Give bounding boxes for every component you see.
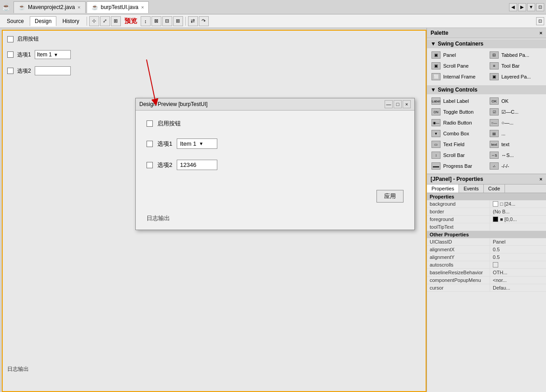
tab-bar: ☕ ☕ Mavenproject2.java × ☕ burpTestUI.ja… xyxy=(0,0,546,14)
prop-row-border: border (No B... xyxy=(427,208,546,216)
tab-nav-down[interactable]: ▼ xyxy=(527,3,535,11)
dialog-close-btn[interactable]: × xyxy=(403,100,411,108)
toggle-icon: ON xyxy=(431,108,440,115)
tab-design[interactable]: Design xyxy=(30,16,56,26)
toolbar-btn-8[interactable]: ⇄ xyxy=(188,16,198,26)
palette-item-checkbox[interactable]: ☑ ☑—C... xyxy=(487,107,544,117)
properties-header: [JPanel] - Properties × xyxy=(427,174,546,184)
prop-tab-events[interactable]: Events xyxy=(459,184,484,193)
tab-history[interactable]: History xyxy=(57,16,84,26)
checkbox-option2[interactable] xyxy=(7,68,14,74)
palette-item-panel[interactable]: ▣ Panel xyxy=(429,50,486,60)
checkbox-option1[interactable] xyxy=(7,51,14,58)
toolbar-btn-1[interactable]: ⊹ xyxy=(89,16,99,26)
palette-item-label[interactable]: Label Label Label xyxy=(429,96,486,106)
prop-value-aligny: 0.5 xyxy=(490,254,546,261)
palette-item-button[interactable]: OK OK xyxy=(487,96,544,106)
palette-item-scrollbar2[interactable]: ↔S ↔S... xyxy=(487,150,544,160)
combo-arrow-1: ▼ xyxy=(54,52,58,57)
toolbar-btn-9[interactable]: ↷ xyxy=(199,16,209,26)
tab-mavenproject-close[interactable]: × xyxy=(78,5,80,10)
checkbox-icon: ☑ xyxy=(490,108,499,115)
palette-item-combo[interactable]: ▼ Combo Box xyxy=(429,129,486,138)
tab-burptestui-close[interactable]: × xyxy=(141,5,144,10)
checkbox-enable[interactable] xyxy=(7,36,14,42)
palette-item-toggle[interactable]: ON Toggle Button xyxy=(429,107,486,117)
palette-item-radio[interactable]: ◉— Radio Button xyxy=(429,118,486,128)
bg-color-box xyxy=(493,201,498,207)
form-row-enable: 启用按钮 xyxy=(7,35,421,43)
tab-nav-left[interactable]: ◀ xyxy=(509,3,517,11)
palette-item-textfield2[interactable]: text text xyxy=(487,139,544,149)
palette-item-tabbed[interactable]: ⊟ Tabbed Pa... xyxy=(487,50,544,60)
palette-item-combo2[interactable]: ▤ ... xyxy=(487,129,544,138)
scrollpane-icon: ▣ xyxy=(431,62,440,69)
palette-section-containers: ▼ Swing Containers ▣ Panel ⊟ Tabbed Pa..… xyxy=(427,38,546,84)
palette-item-radio2[interactable]: ○— ○—... xyxy=(487,118,544,128)
tab-burptestui[interactable]: ☕ burpTestUI.java × xyxy=(87,1,149,13)
prop-value-alignx: 0.5 xyxy=(490,246,546,253)
toolbar-btn-7[interactable]: ⊞ xyxy=(173,16,183,26)
palette-item-layeredpane[interactable]: ▣ Layered Pa... xyxy=(487,72,544,82)
properties-panel: [JPanel] - Properties × Properties Event… xyxy=(427,174,546,392)
palette-header: Palette × xyxy=(427,28,546,38)
textfield-option2[interactable]: 12346 xyxy=(35,66,71,75)
palette-item-scrollpane[interactable]: ▣ Scroll Pane xyxy=(429,61,486,71)
prop-tab-code[interactable]: Code xyxy=(484,184,505,193)
toolbar-btn-2[interactable]: ⤢ xyxy=(100,16,110,26)
dialog-checkbox-enable[interactable] xyxy=(147,120,153,127)
palette-section-containers-header[interactable]: ▼ Swing Containers xyxy=(427,39,546,48)
toolbar-btn-5[interactable]: ⊠ xyxy=(151,16,161,26)
palette-item-progressbar[interactable]: ▬▬ Progress Bar xyxy=(429,161,486,171)
dialog-minimize-btn[interactable]: — xyxy=(385,100,393,108)
prop-row-popupmenu: componentPopupMenu <nor... xyxy=(427,277,546,284)
tab-mavenproject[interactable]: ☕ Mavenproject2.java × xyxy=(14,1,86,13)
combo-option1[interactable]: Item 1 ▼ xyxy=(35,50,71,59)
form-row-option1: 选项1 Item 1 ▼ xyxy=(7,50,421,59)
palette-section-controls-header[interactable]: ▼ Swing Controls xyxy=(427,85,546,94)
tab-maximize[interactable]: ⊡ xyxy=(536,3,544,11)
prop-row-baseline: baselineResizeBehavior OTH... xyxy=(427,269,546,277)
toolbar-btn-3[interactable]: ⊞ xyxy=(111,16,121,26)
label-option2: 选项2 xyxy=(17,67,31,75)
palette-item-internalframe[interactable]: ⬜ Internal Frame xyxy=(429,72,486,82)
palette-item-scrollbar[interactable]: ↕ Scroll Bar xyxy=(429,150,486,160)
design-canvas[interactable]: 启用按钮 选项1 Item 1 ▼ 选项2 xyxy=(0,28,427,392)
dialog-restore-btn[interactable]: □ xyxy=(394,100,402,108)
dialog-checkbox-option1[interactable] xyxy=(147,141,153,147)
button-icon: OK xyxy=(490,97,499,105)
palette-item-textfield[interactable]: ▭ Text Field xyxy=(429,139,486,149)
dialog-textfield-option2[interactable]: 12346 xyxy=(177,160,217,170)
log-area: 日志输出 xyxy=(7,365,29,373)
prop-value-background: □ [24... xyxy=(490,200,546,208)
dialog-combo-option1[interactable]: Item 1 ▼ xyxy=(177,138,217,149)
prop-name-border: border xyxy=(427,208,490,215)
prop-value-tooltip xyxy=(490,223,546,231)
main-area: 启用按钮 选项1 Item 1 ▼ 选项2 xyxy=(0,28,546,392)
editor-maximize-btn[interactable]: ⊡ xyxy=(536,17,544,25)
properties-close-btn[interactable]: × xyxy=(540,176,542,182)
properties-title: [JPanel] - Properties xyxy=(431,176,483,182)
palette-item-toolbar[interactable]: ≡ Tool Bar xyxy=(487,61,544,71)
autoscrolls-checkbox[interactable] xyxy=(493,262,498,267)
dialog-row-option2: 选项2 12346 xyxy=(147,160,404,170)
dialog-log-label: 日志输出 xyxy=(147,215,170,221)
scrollbar2-icon: ↔S xyxy=(490,152,499,159)
prop-row-aligny: alignmentY 0.5 xyxy=(427,254,546,261)
dialog-apply-btn[interactable]: 应用 xyxy=(376,190,404,203)
editor-toolbar: Source Design History ⊹ ⤢ ⊞ 预览 ↕ ⊠ ⊟ ⊞ ⇄… xyxy=(0,14,546,28)
prop-tab-properties[interactable]: Properties xyxy=(427,184,459,193)
dialog-combo-arrow: ▼ xyxy=(199,141,203,146)
toolbar-btn-6[interactable]: ⊟ xyxy=(162,16,172,26)
tab-nav-right[interactable]: ▶ xyxy=(518,3,526,11)
prop-row-autoscrolls: autoscrolls xyxy=(427,261,546,269)
dialog-log-area: 日志输出 xyxy=(136,210,414,230)
palette-close-btn[interactable]: × xyxy=(540,30,542,36)
dialog-checkbox-option2[interactable] xyxy=(147,162,153,168)
toolbar-btn-4[interactable]: ↕ xyxy=(141,16,151,26)
form-row-option2: 选项2 12346 xyxy=(7,66,421,75)
palette-item-progressbar2[interactable]: -/- -/-/- xyxy=(487,161,544,171)
tab-source[interactable]: Source xyxy=(2,16,29,26)
tabbedpane-icon: ⊟ xyxy=(490,51,499,59)
toolbar-separator-1 xyxy=(87,17,87,26)
